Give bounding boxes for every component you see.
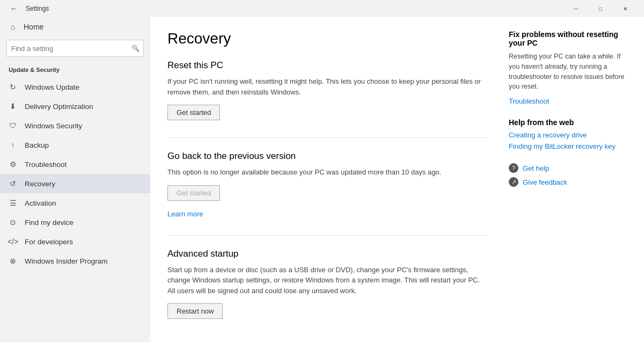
sidebar-item-label: Activation xyxy=(25,199,56,207)
minimize-button[interactable]: ─ xyxy=(564,0,588,17)
finding-bitlocker-key-link[interactable]: Finding my BitLocker recovery key xyxy=(509,142,627,150)
sidebar-item-activation[interactable]: ☰ Activation xyxy=(0,193,150,213)
reset-pc-button[interactable]: Get started xyxy=(167,105,220,120)
back-button[interactable]: ← xyxy=(6,1,21,16)
window-controls: ─ □ ✕ xyxy=(564,0,638,17)
sidebar-item-label: Troubleshoot xyxy=(25,161,67,169)
sidebar-item-home[interactable]: ⌂ Home xyxy=(0,17,150,37)
sidebar-item-find-my-device[interactable]: ⊙ Find my device xyxy=(0,213,150,232)
reset-pc-title: Reset this PC xyxy=(167,60,487,71)
reset-pc-section: Reset this PC If your PC isn't running w… xyxy=(167,60,487,120)
sidebar-item-label: Windows Update xyxy=(25,83,79,91)
go-back-section: Go back to the previous version This opt… xyxy=(167,151,487,218)
activation-icon: ☰ xyxy=(9,199,17,207)
divider-2 xyxy=(167,235,487,236)
page-title: Recovery xyxy=(167,30,487,47)
insider-program-icon: ⊕ xyxy=(9,257,17,265)
search-box: 🔍 xyxy=(6,40,144,57)
give-feedback-link[interactable]: Give feedback xyxy=(523,178,567,186)
give-feedback-row: ↗ Give feedback xyxy=(509,177,627,187)
search-icon: 🔍 xyxy=(131,45,140,52)
go-back-title: Go back to the previous version xyxy=(167,151,487,162)
sidebar-item-label: For developers xyxy=(25,238,73,246)
reset-pc-description: If your PC isn't running well, resetting… xyxy=(167,76,487,97)
find-device-icon: ⊙ xyxy=(9,218,17,227)
sidebar-section-title: Update & Security xyxy=(0,63,150,77)
creating-recovery-drive-link[interactable]: Creating a recovery drive xyxy=(509,131,627,139)
sidebar-item-backup[interactable]: ↑ Backup xyxy=(0,135,150,155)
go-back-button: Get started xyxy=(167,185,220,201)
sidebar-item-troubleshoot[interactable]: ⚙ Troubleshoot xyxy=(0,155,150,174)
sidebar-item-delivery-optimization[interactable]: ⬇ Delivery Optimization xyxy=(0,97,150,116)
backup-icon: ↑ xyxy=(9,141,17,149)
titlebar: ← Settings ─ □ ✕ xyxy=(0,0,644,17)
sidebar-item-label: Windows Security xyxy=(25,122,82,130)
go-back-description: This option is no longer available becau… xyxy=(167,167,487,178)
sidebar-item-label: Recovery xyxy=(25,180,55,188)
back-icon: ← xyxy=(10,4,18,13)
sidebar-item-windows-update[interactable]: ↻ Windows Update xyxy=(0,77,150,97)
troubleshoot-link[interactable]: Troubleshoot xyxy=(509,97,627,105)
help-from-web-title: Help from the web xyxy=(509,118,627,127)
fix-problems-section: Fix problems without resetting your PC R… xyxy=(509,30,627,105)
titlebar-left: ← Settings xyxy=(6,1,49,16)
windows-security-icon: 🛡 xyxy=(9,121,17,130)
sidebar-item-label: Delivery Optimization xyxy=(25,103,93,111)
sidebar-home-label: Home xyxy=(24,23,43,31)
get-help-row: ? Get help xyxy=(509,163,627,173)
sidebar: ⌂ Home 🔍 Update & Security ↻ Windows Upd… xyxy=(0,17,150,342)
close-icon: ✕ xyxy=(623,6,627,12)
close-button[interactable]: ✕ xyxy=(613,0,638,17)
right-panel: Fix problems without resetting your PC R… xyxy=(509,30,627,325)
maximize-button[interactable]: □ xyxy=(588,0,613,17)
minimize-icon: ─ xyxy=(574,6,577,12)
divider-1 xyxy=(167,137,487,138)
get-help-icon: ? xyxy=(509,163,518,173)
get-help-link[interactable]: Get help xyxy=(523,164,549,172)
fix-problems-title: Fix problems without resetting your PC xyxy=(509,30,627,47)
windows-update-icon: ↻ xyxy=(9,83,17,91)
learn-more-link[interactable]: Learn more xyxy=(167,210,203,218)
app-body: ⌂ Home 🔍 Update & Security ↻ Windows Upd… xyxy=(0,17,644,342)
sidebar-item-label: Find my device xyxy=(25,219,74,227)
sidebar-item-windows-security[interactable]: 🛡 Windows Security xyxy=(0,116,150,135)
main-content: Recovery Reset this PC If your PC isn't … xyxy=(150,17,644,342)
help-links-section: ? Get help ↗ Give feedback xyxy=(509,163,627,187)
sidebar-item-label: Backup xyxy=(25,141,49,149)
help-from-web-section: Help from the web Creating a recovery dr… xyxy=(509,118,627,150)
home-icon: ⌂ xyxy=(9,23,17,31)
sidebar-item-label: Windows Insider Program xyxy=(25,257,108,265)
advanced-startup-title: Advanced startup xyxy=(167,249,487,259)
sidebar-item-recovery[interactable]: ↺ Recovery xyxy=(0,174,150,193)
give-feedback-icon: ↗ xyxy=(509,177,518,187)
restart-now-button[interactable]: Restart now xyxy=(167,303,223,319)
app-title: Settings xyxy=(26,5,49,12)
fix-problems-description: Resetting your PC can take a while. If y… xyxy=(509,52,627,92)
sidebar-item-for-developers[interactable]: </> For developers xyxy=(0,232,150,251)
advanced-startup-description: Start up from a device or disc (such as … xyxy=(167,265,487,296)
developers-icon: </> xyxy=(9,237,17,246)
troubleshoot-icon: ⚙ xyxy=(9,160,17,169)
advanced-startup-section: Advanced startup Start up from a device … xyxy=(167,249,487,319)
content-left: Recovery Reset this PC If your PC isn't … xyxy=(167,30,487,325)
recovery-icon: ↺ xyxy=(9,179,17,188)
sidebar-item-windows-insider-program[interactable]: ⊕ Windows Insider Program xyxy=(0,251,150,271)
search-input[interactable] xyxy=(6,40,144,57)
maximize-icon: □ xyxy=(599,6,602,12)
delivery-optimization-icon: ⬇ xyxy=(9,102,17,111)
